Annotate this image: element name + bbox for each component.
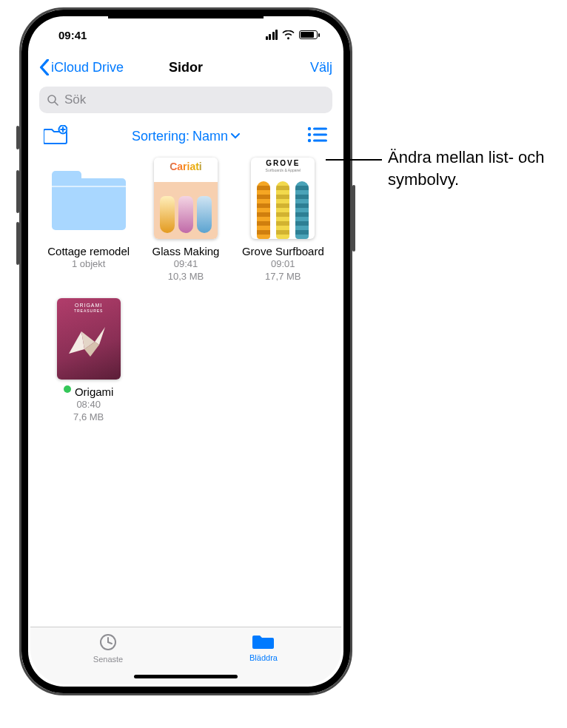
- toolbar: Sortering: Namn: [30, 119, 341, 158]
- item-name: Grove Surfboard: [242, 245, 324, 258]
- svg-point-5: [308, 127, 311, 130]
- svg-point-7: [308, 133, 311, 136]
- svg-rect-8: [313, 134, 327, 136]
- chevron-down-icon: [231, 133, 240, 139]
- search-input[interactable]: Sök: [39, 87, 332, 113]
- item-size: 7,6 MB: [73, 411, 104, 424]
- list-view-icon: [307, 127, 328, 143]
- folder-icon: [52, 171, 126, 230]
- item-time: 09:01: [271, 258, 295, 271]
- file-thumbnail: [57, 298, 121, 380]
- svg-marker-13: [95, 327, 105, 345]
- back-button[interactable]: iCloud Drive: [39, 59, 124, 75]
- folder-icon: [252, 632, 275, 651]
- status-badge: [64, 385, 71, 393]
- svg-rect-6: [313, 128, 327, 130]
- folder-item[interactable]: Cottage remodel 1 objekt: [44, 158, 133, 283]
- item-name: Glass Making: [152, 245, 220, 258]
- item-time: 08:40: [76, 399, 101, 411]
- svg-point-9: [308, 139, 311, 142]
- svg-rect-10: [313, 140, 327, 142]
- file-thumbnail: GROVESurfboards & Apparel: [251, 158, 315, 239]
- tab-label: Bläddra: [249, 653, 278, 662]
- status-time: 09:41: [58, 29, 87, 41]
- cellular-signal-icon: [266, 30, 278, 40]
- chevron-left-icon: [39, 59, 50, 75]
- tab-label: Senaste: [93, 655, 123, 664]
- screen: 09:41 iCloud Drive Sidor Välj Sök: [30, 18, 341, 684]
- item-name: Origami: [75, 385, 114, 399]
- page-title: Sidor: [169, 60, 203, 75]
- search-icon: [47, 94, 58, 106]
- wifi-icon: [282, 30, 295, 40]
- item-size: 17,7 MB: [265, 271, 301, 283]
- item-meta: 1 objekt: [72, 258, 106, 271]
- item-time: 09:41: [174, 258, 198, 271]
- view-toggle-button[interactable]: [307, 127, 328, 146]
- clock-icon: [98, 632, 118, 653]
- search-placeholder: Sök: [64, 92, 86, 107]
- phone-frame: 09:41 iCloud Drive Sidor Välj Sök: [19, 7, 352, 695]
- svg-line-1: [55, 102, 58, 105]
- home-indicator[interactable]: [134, 675, 238, 678]
- callout-text: Ändra mellan list- och symbolvy.: [388, 146, 558, 190]
- item-size: 10,3 MB: [168, 271, 204, 283]
- power-button: [352, 185, 355, 252]
- battery-icon: [299, 30, 318, 39]
- sort-prefix: Sortering:: [132, 129, 189, 144]
- new-folder-button[interactable]: [44, 125, 67, 147]
- sort-button[interactable]: Sortering: Namn: [132, 129, 240, 144]
- file-item[interactable]: GROVESurfboards & Apparel Grove Surfboar…: [238, 158, 328, 283]
- sort-value: Namn: [192, 129, 228, 144]
- callout-line: [326, 159, 382, 161]
- back-label: iCloud Drive: [51, 60, 124, 75]
- select-button[interactable]: Välj: [310, 60, 332, 75]
- file-grid: Cottage remodel 1 objekt Glass Making 09…: [30, 158, 341, 424]
- origami-crane-icon: [65, 324, 113, 361]
- item-name: Cottage remodel: [47, 245, 130, 258]
- new-folder-icon: [44, 125, 67, 144]
- file-item[interactable]: Glass Making 09:41 10,3 MB: [141, 158, 230, 283]
- status-bar: 09:41: [30, 18, 341, 51]
- tab-bar: Senaste Bläddra: [30, 627, 341, 684]
- file-thumbnail: [154, 158, 218, 239]
- file-item[interactable]: Origami 08:40 7,6 MB: [44, 298, 133, 424]
- navigation-bar: iCloud Drive Sidor Välj: [30, 51, 341, 84]
